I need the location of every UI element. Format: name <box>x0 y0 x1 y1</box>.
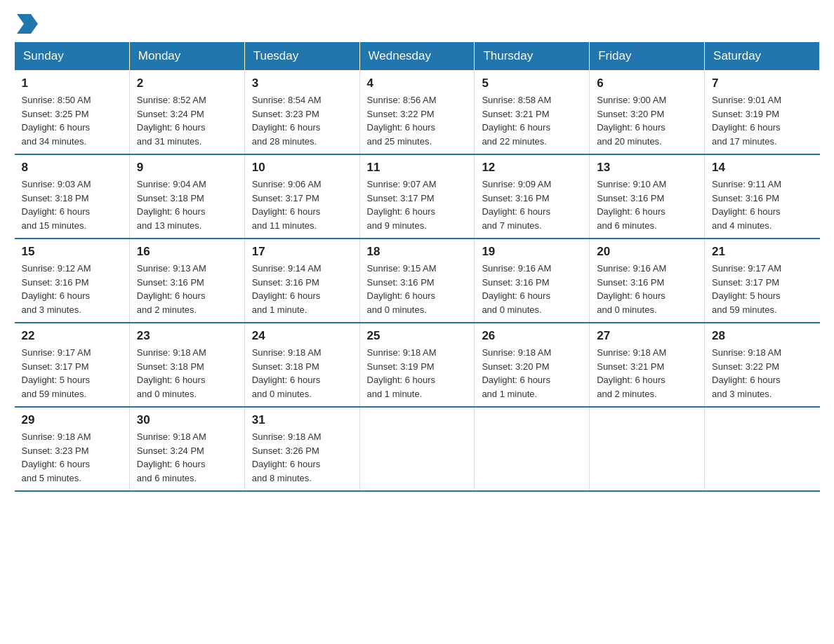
calendar-cell: 22Sunrise: 9:17 AMSunset: 3:17 PMDayligh… <box>15 323 130 407</box>
page-header <box>14 14 820 34</box>
calendar-cell: 15Sunrise: 9:12 AMSunset: 3:16 PMDayligh… <box>15 239 130 323</box>
day-info: Sunrise: 9:09 AMSunset: 3:16 PMDaylight:… <box>482 177 582 232</box>
day-number: 8 <box>22 161 122 175</box>
calendar-cell <box>475 407 590 491</box>
calendar-cell: 29Sunrise: 9:18 AMSunset: 3:23 PMDayligh… <box>15 407 130 491</box>
calendar-cell: 27Sunrise: 9:18 AMSunset: 3:21 PMDayligh… <box>590 323 705 407</box>
day-number: 16 <box>137 245 237 259</box>
day-info: Sunrise: 9:18 AMSunset: 3:23 PMDaylight:… <box>22 430 122 485</box>
day-header-monday: Monday <box>129 42 244 71</box>
day-number: 13 <box>597 161 697 175</box>
calendar-cell: 19Sunrise: 9:16 AMSunset: 3:16 PMDayligh… <box>475 239 590 323</box>
day-number: 26 <box>482 329 582 343</box>
day-info: Sunrise: 9:18 AMSunset: 3:19 PMDaylight:… <box>367 346 468 401</box>
day-number: 3 <box>252 76 352 90</box>
day-number: 15 <box>22 245 122 259</box>
calendar-cell: 10Sunrise: 9:06 AMSunset: 3:17 PMDayligh… <box>244 154 359 239</box>
day-info: Sunrise: 9:18 AMSunset: 3:20 PMDaylight:… <box>482 346 582 401</box>
day-number: 19 <box>482 245 582 259</box>
day-info: Sunrise: 9:18 AMSunset: 3:18 PMDaylight:… <box>137 346 237 401</box>
day-info: Sunrise: 9:11 AMSunset: 3:16 PMDaylight:… <box>712 177 812 232</box>
day-info: Sunrise: 8:54 AMSunset: 3:23 PMDaylight:… <box>252 93 352 148</box>
day-number: 27 <box>597 329 697 343</box>
calendar-cell <box>359 407 475 491</box>
calendar-cell: 20Sunrise: 9:16 AMSunset: 3:16 PMDayligh… <box>590 239 705 323</box>
day-number: 12 <box>482 161 582 175</box>
day-header-saturday: Saturday <box>705 42 820 71</box>
day-info: Sunrise: 9:18 AMSunset: 3:24 PMDaylight:… <box>137 430 237 485</box>
day-number: 5 <box>482 76 582 90</box>
day-number: 31 <box>252 413 352 427</box>
day-info: Sunrise: 9:00 AMSunset: 3:20 PMDaylight:… <box>597 93 697 148</box>
day-info: Sunrise: 9:16 AMSunset: 3:16 PMDaylight:… <box>597 262 697 316</box>
day-number: 21 <box>712 245 812 259</box>
calendar-cell: 8Sunrise: 9:03 AMSunset: 3:18 PMDaylight… <box>15 154 130 239</box>
calendar-cell: 21Sunrise: 9:17 AMSunset: 3:17 PMDayligh… <box>705 239 820 323</box>
calendar-cell: 7Sunrise: 9:01 AMSunset: 3:19 PMDaylight… <box>705 71 820 155</box>
day-info: Sunrise: 8:58 AMSunset: 3:21 PMDaylight:… <box>482 93 582 148</box>
day-header-friday: Friday <box>590 42 705 71</box>
day-info: Sunrise: 9:18 AMSunset: 3:26 PMDaylight:… <box>252 430 352 485</box>
calendar-week-2: 8Sunrise: 9:03 AMSunset: 3:18 PMDaylight… <box>15 154 820 239</box>
calendar-cell: 16Sunrise: 9:13 AMSunset: 3:16 PMDayligh… <box>129 239 244 323</box>
day-number: 9 <box>137 161 237 175</box>
day-number: 20 <box>597 245 697 259</box>
day-number: 2 <box>137 76 237 90</box>
day-header-wednesday: Wednesday <box>359 42 475 71</box>
calendar-cell: 3Sunrise: 8:54 AMSunset: 3:23 PMDaylight… <box>244 71 359 155</box>
day-info: Sunrise: 9:17 AMSunset: 3:17 PMDaylight:… <box>712 262 812 316</box>
calendar-cell: 25Sunrise: 9:18 AMSunset: 3:19 PMDayligh… <box>359 323 475 407</box>
day-info: Sunrise: 9:14 AMSunset: 3:16 PMDaylight:… <box>252 262 352 316</box>
calendar-week-5: 29Sunrise: 9:18 AMSunset: 3:23 PMDayligh… <box>15 407 820 491</box>
day-info: Sunrise: 8:50 AMSunset: 3:25 PMDaylight:… <box>22 93 122 148</box>
calendar-cell: 14Sunrise: 9:11 AMSunset: 3:16 PMDayligh… <box>705 154 820 239</box>
day-info: Sunrise: 9:01 AMSunset: 3:19 PMDaylight:… <box>712 93 812 148</box>
calendar-cell <box>590 407 705 491</box>
day-number: 24 <box>252 329 352 343</box>
day-info: Sunrise: 9:04 AMSunset: 3:18 PMDaylight:… <box>137 177 237 232</box>
day-number: 18 <box>367 245 468 259</box>
calendar-cell: 17Sunrise: 9:14 AMSunset: 3:16 PMDayligh… <box>244 239 359 323</box>
days-of-week-row: SundayMondayTuesdayWednesdayThursdayFrid… <box>15 42 820 71</box>
calendar-cell: 6Sunrise: 9:00 AMSunset: 3:20 PMDaylight… <box>590 71 705 155</box>
day-number: 4 <box>367 76 468 90</box>
day-info: Sunrise: 8:56 AMSunset: 3:22 PMDaylight:… <box>367 93 468 148</box>
day-info: Sunrise: 9:03 AMSunset: 3:18 PMDaylight:… <box>22 177 122 232</box>
logo <box>14 14 38 34</box>
day-header-sunday: Sunday <box>15 42 130 71</box>
day-info: Sunrise: 8:52 AMSunset: 3:24 PMDaylight:… <box>137 93 237 148</box>
day-info: Sunrise: 9:16 AMSunset: 3:16 PMDaylight:… <box>482 262 582 316</box>
calendar-cell: 1Sunrise: 8:50 AMSunset: 3:25 PMDaylight… <box>15 71 130 155</box>
day-info: Sunrise: 9:15 AMSunset: 3:16 PMDaylight:… <box>367 262 468 316</box>
day-info: Sunrise: 9:18 AMSunset: 3:18 PMDaylight:… <box>252 346 352 401</box>
day-info: Sunrise: 9:07 AMSunset: 3:17 PMDaylight:… <box>367 177 468 232</box>
day-number: 10 <box>252 161 352 175</box>
logo-arrow-icon <box>17 14 38 34</box>
calendar-cell: 13Sunrise: 9:10 AMSunset: 3:16 PMDayligh… <box>590 154 705 239</box>
day-info: Sunrise: 9:17 AMSunset: 3:17 PMDaylight:… <box>22 346 122 401</box>
calendar-cell <box>705 407 820 491</box>
day-number: 14 <box>712 161 812 175</box>
calendar-cell: 30Sunrise: 9:18 AMSunset: 3:24 PMDayligh… <box>129 407 244 491</box>
calendar-cell: 23Sunrise: 9:18 AMSunset: 3:18 PMDayligh… <box>129 323 244 407</box>
calendar-cell: 18Sunrise: 9:15 AMSunset: 3:16 PMDayligh… <box>359 239 475 323</box>
day-header-tuesday: Tuesday <box>244 42 359 71</box>
day-number: 6 <box>597 76 697 90</box>
day-info: Sunrise: 9:10 AMSunset: 3:16 PMDaylight:… <box>597 177 697 232</box>
calendar-cell: 31Sunrise: 9:18 AMSunset: 3:26 PMDayligh… <box>244 407 359 491</box>
day-number: 7 <box>712 76 812 90</box>
calendar-cell: 28Sunrise: 9:18 AMSunset: 3:22 PMDayligh… <box>705 323 820 407</box>
day-number: 28 <box>712 329 812 343</box>
day-info: Sunrise: 9:06 AMSunset: 3:17 PMDaylight:… <box>252 177 352 232</box>
calendar-cell: 9Sunrise: 9:04 AMSunset: 3:18 PMDaylight… <box>129 154 244 239</box>
calendar-week-1: 1Sunrise: 8:50 AMSunset: 3:25 PMDaylight… <box>15 71 820 155</box>
calendar-cell: 2Sunrise: 8:52 AMSunset: 3:24 PMDaylight… <box>129 71 244 155</box>
day-number: 29 <box>22 413 122 427</box>
day-info: Sunrise: 9:18 AMSunset: 3:22 PMDaylight:… <box>712 346 812 401</box>
day-number: 11 <box>367 161 468 175</box>
calendar-week-4: 22Sunrise: 9:17 AMSunset: 3:17 PMDayligh… <box>15 323 820 407</box>
svg-marker-0 <box>17 14 38 34</box>
calendar-cell: 5Sunrise: 8:58 AMSunset: 3:21 PMDaylight… <box>475 71 590 155</box>
calendar-cell: 24Sunrise: 9:18 AMSunset: 3:18 PMDayligh… <box>244 323 359 407</box>
calendar-week-3: 15Sunrise: 9:12 AMSunset: 3:16 PMDayligh… <box>15 239 820 323</box>
